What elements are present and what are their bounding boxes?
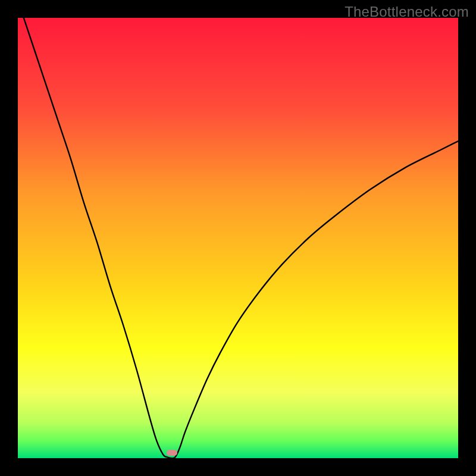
bottleneck-curve [18,0,458,458]
chart-frame: TheBottleneck.com [0,0,476,476]
curve-svg [18,18,458,458]
optimal-marker [167,450,177,456]
plot-area [18,18,458,458]
